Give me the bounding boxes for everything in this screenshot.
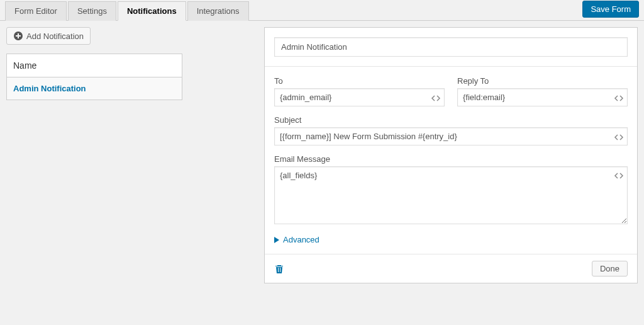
merge-tag-icon[interactable] [614, 171, 624, 181]
notification-name-input[interactable] [274, 37, 628, 57]
svg-rect-4 [280, 268, 280, 272]
tab-form-editor[interactable]: Form Editor [5, 1, 67, 21]
content: Add Notification Name Admin Notification… [0, 21, 644, 290]
email-message-label: Email Message [274, 154, 628, 164]
panel-footer: Done [265, 254, 637, 283]
tabs: Form Editor Settings Notifications Integ… [5, 1, 250, 20]
merge-tag-icon[interactable] [431, 93, 441, 103]
tab-settings[interactable]: Settings [68, 1, 116, 21]
svg-rect-3 [278, 268, 279, 272]
notification-link[interactable]: Admin Notification [13, 84, 86, 93]
done-button[interactable]: Done [592, 261, 628, 277]
tab-integrations[interactable]: Integrations [187, 1, 249, 21]
reply-to-label: Reply To [457, 76, 628, 86]
merge-tag-icon[interactable] [614, 93, 624, 103]
plus-circle-icon [13, 31, 23, 41]
panel-body: To Reply To Subjec [265, 67, 637, 254]
trash-icon[interactable] [274, 264, 284, 274]
list-row[interactable]: Admin Notification [7, 77, 182, 100]
notifications-list: Name Admin Notification [6, 54, 182, 100]
reply-to-input[interactable] [457, 88, 628, 106]
merge-tag-icon[interactable] [614, 132, 624, 142]
add-notification-button[interactable]: Add Notification [6, 27, 91, 45]
right-column: To Reply To Subjec [264, 27, 638, 283]
tab-notifications[interactable]: Notifications [118, 1, 186, 21]
svg-rect-2 [16, 35, 21, 37]
email-message-textarea[interactable] [274, 166, 628, 224]
subject-label: Subject [274, 115, 628, 125]
notification-editor-panel: To Reply To Subjec [264, 27, 638, 283]
left-column: Add Notification Name Admin Notification [6, 27, 182, 283]
save-form-button[interactable]: Save Form [582, 1, 639, 18]
to-label: To [274, 76, 445, 86]
advanced-toggle[interactable]: Advanced [274, 235, 628, 244]
subject-input[interactable] [274, 127, 628, 145]
list-header-name: Name [7, 54, 182, 77]
panel-header [265, 28, 637, 67]
advanced-label: Advanced [283, 235, 319, 244]
to-input[interactable] [274, 88, 445, 106]
add-notification-label: Add Notification [26, 31, 84, 41]
caret-right-icon [274, 237, 279, 243]
top-bar: Form Editor Settings Notifications Integ… [0, 0, 644, 21]
